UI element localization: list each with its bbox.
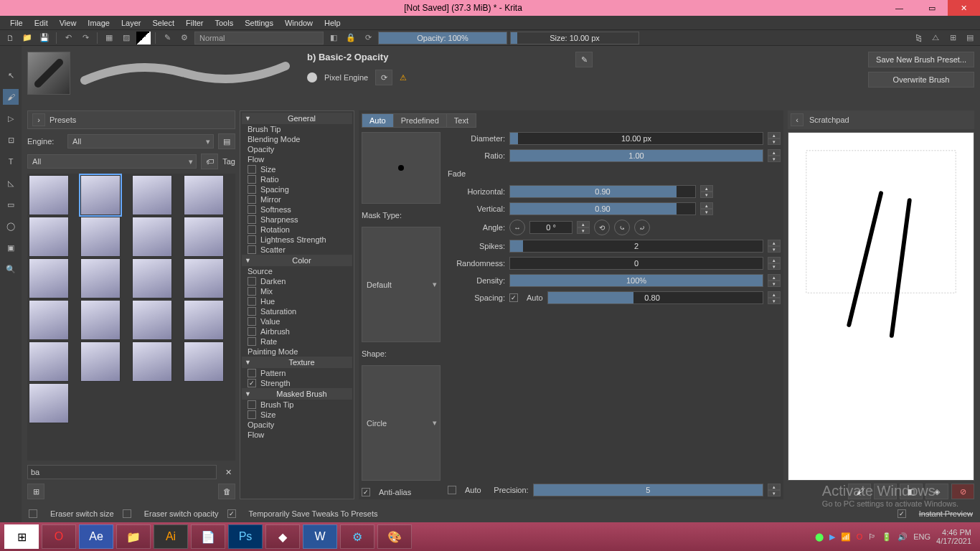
preset-search-input[interactable]	[27, 465, 217, 479]
menu-tools[interactable]: Tools	[209, 17, 240, 29]
shape-combo[interactable]: Circle	[362, 365, 440, 481]
task-illustrator[interactable]: Ai	[154, 524, 188, 549]
tray-lang[interactable]: ENG	[913, 532, 930, 541]
tray-clock[interactable]: 4:46 PM4/17/2021	[936, 528, 971, 545]
temp-save-checkbox[interactable]	[227, 509, 236, 518]
line-tool-icon[interactable]: ▷	[3, 110, 19, 126]
scratch-gradient-icon[interactable]: ◧	[900, 484, 923, 499]
diameter-spinner[interactable]: ▴▾	[768, 132, 781, 145]
menu-edit[interactable]: Edit	[29, 17, 54, 29]
gradient-icon[interactable]: ▦	[102, 32, 116, 44]
prop-size[interactable]: Size	[242, 164, 352, 174]
angle-input[interactable]: 0 °	[529, 221, 573, 234]
prop-rate[interactable]: Rate	[242, 336, 352, 347]
density-slider[interactable]: 100%	[509, 274, 763, 287]
fill-tool-icon[interactable]: ▣	[3, 240, 19, 255]
prop-source[interactable]: Source	[242, 266, 352, 276]
color-swatch-icon[interactable]	[136, 32, 151, 44]
select-rect-icon[interactable]: ▭	[3, 197, 19, 212]
prop-scatter[interactable]: Scatter	[242, 245, 352, 255]
preset-item[interactable]	[184, 258, 224, 298]
tray-wifi-icon[interactable]: 📶	[841, 532, 851, 542]
mirror-v-icon[interactable]: ⧍	[928, 32, 943, 44]
group-color[interactable]: ▼Color	[242, 255, 352, 266]
menu-select[interactable]: Select	[146, 17, 180, 29]
new-icon[interactable]: 🗋	[3, 32, 17, 44]
menu-file[interactable]: File	[4, 17, 29, 29]
prop-darken[interactable]: Darken	[242, 276, 352, 286]
mask-type-combo[interactable]: Default	[362, 227, 440, 342]
save-preset-button[interactable]: Save New Brush Preset...	[868, 52, 974, 67]
prop-value[interactable]: Value	[242, 316, 352, 326]
prop-mix[interactable]: Mix	[242, 286, 352, 296]
select-free-icon[interactable]: ◯	[3, 218, 19, 234]
save-icon[interactable]: 💾	[37, 32, 52, 44]
preset-item[interactable]	[184, 342, 224, 382]
task-aftereffects[interactable]: Ae	[79, 524, 113, 549]
brush-preset-icon[interactable]: ✎	[160, 32, 174, 44]
delete-preset-icon[interactable]: 🗑	[218, 484, 235, 499]
prop-softness[interactable]: Softness	[242, 204, 352, 215]
task-krita[interactable]: 🎨	[377, 524, 412, 549]
tag-filter-combo[interactable]: All	[27, 154, 197, 169]
menu-layer[interactable]: Layer	[116, 17, 147, 29]
menu-view[interactable]: View	[54, 17, 83, 29]
tray-notif-icon[interactable]: ▶	[829, 532, 835, 542]
prop-saturation[interactable]: Saturation	[242, 306, 352, 316]
prop-hue[interactable]: Hue	[242, 296, 352, 306]
close-button[interactable]: ✕	[948, 0, 980, 16]
preset-item[interactable]	[29, 258, 69, 298]
tab-text[interactable]: Text	[447, 114, 476, 127]
menu-window[interactable]: Window	[279, 17, 319, 29]
preset-item[interactable]	[29, 300, 69, 340]
prop-flow[interactable]: Flow	[242, 154, 352, 164]
brush-tool-icon[interactable]: 🖌	[3, 89, 19, 105]
precision-auto-checkbox[interactable]	[448, 486, 456, 494]
horizontal-slider[interactable]: 0.90	[509, 185, 696, 198]
brush-settings-icon[interactable]: ⚙	[177, 32, 192, 44]
shape-tool-icon[interactable]: ◺	[3, 175, 19, 191]
preset-item[interactable]	[80, 175, 121, 215]
preset-item[interactable]	[132, 175, 172, 215]
maximize-button[interactable]: ▭	[915, 0, 948, 16]
tray-opera-icon[interactable]: O	[857, 532, 863, 541]
diameter-slider[interactable]: 10.00 px	[509, 132, 763, 145]
preset-item[interactable]	[80, 342, 121, 382]
reload-icon[interactable]: ⟳	[361, 32, 375, 44]
spikes-slider[interactable]: 2	[509, 240, 763, 253]
spacing-slider[interactable]: 0.80	[547, 291, 763, 304]
tab-predefined[interactable]: Predefined	[394, 114, 447, 127]
prop-lightness[interactable]: Lightness Strength	[242, 235, 352, 245]
group-texture[interactable]: ▼Texture	[242, 357, 352, 368]
tab-auto[interactable]: Auto	[362, 114, 394, 127]
minimize-button[interactable]: ―	[883, 0, 915, 16]
prop-rotation[interactable]: Rotation	[242, 225, 352, 235]
rename-icon[interactable]: ✎	[575, 52, 593, 67]
brush-thumbnail[interactable]	[27, 52, 70, 95]
blend-mode-combo[interactable]: Normal	[194, 32, 324, 44]
randomness-slider[interactable]: 0	[509, 257, 763, 270]
prop-blending-mode[interactable]: Blending Mode	[242, 134, 352, 144]
preset-item[interactable]	[184, 217, 224, 257]
density-spinner[interactable]: ▴▾	[768, 274, 781, 287]
spacing-auto-checkbox[interactable]	[509, 293, 518, 302]
tray-shield-icon[interactable]: ⬤	[815, 532, 824, 542]
menu-help[interactable]: Help	[319, 17, 347, 29]
size-slider[interactable]: Size: 10.00 px	[510, 32, 639, 44]
precision-spinner[interactable]: ▴▾	[768, 484, 781, 496]
scratch-clear-icon[interactable]: ⊘	[951, 484, 974, 499]
eraser-opacity-checkbox[interactable]	[123, 509, 131, 518]
undo-icon[interactable]: ↶	[61, 32, 75, 44]
redo-icon[interactable]: ↷	[78, 32, 93, 44]
add-preset-icon[interactable]: ⊞	[27, 484, 44, 499]
group-general[interactable]: ▼General	[242, 113, 352, 124]
prop-masked-opacity[interactable]: Opacity	[242, 420, 352, 430]
prop-sharpness[interactable]: Sharpness	[242, 215, 352, 225]
scratch-brush-icon[interactable]: 🖌	[848, 484, 871, 499]
properties-tree[interactable]: ▼General Brush Tip Blending Mode Opacity…	[240, 110, 354, 499]
tray-sound-icon[interactable]: 🔊	[897, 532, 908, 542]
eraser-size-checkbox[interactable]	[29, 509, 37, 518]
collapse-presets-icon[interactable]: ›	[32, 113, 45, 126]
preset-item[interactable]	[132, 300, 172, 340]
prop-brush-tip[interactable]: Brush Tip	[242, 124, 352, 134]
